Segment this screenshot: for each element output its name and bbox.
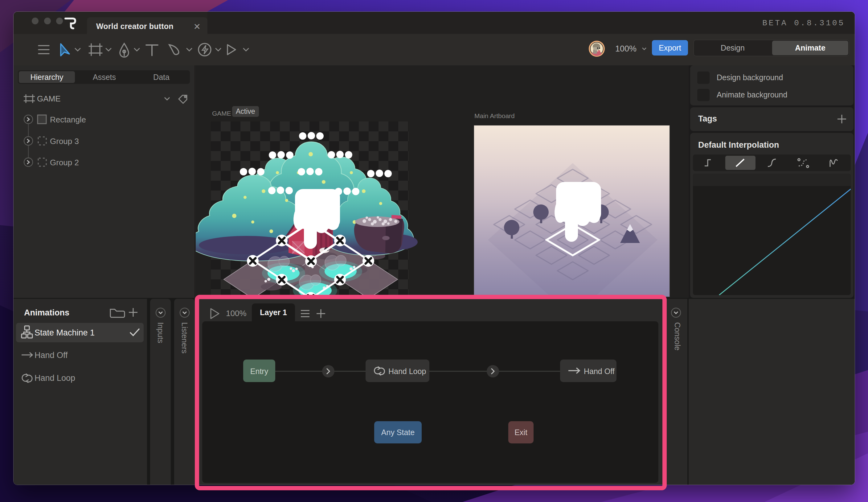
svg-text:GAME: GAME [37,94,61,103]
svg-text:Group 2: Group 2 [50,158,79,167]
svg-text:Rectangle: Rectangle [50,115,86,124]
svg-text:Group 3: Group 3 [50,136,79,146]
svg-text:State Machine 1: State Machine 1 [34,328,95,337]
svg-text:Hand Off: Hand Off [34,351,68,360]
svg-text:Hand Loop: Hand Loop [34,373,75,383]
